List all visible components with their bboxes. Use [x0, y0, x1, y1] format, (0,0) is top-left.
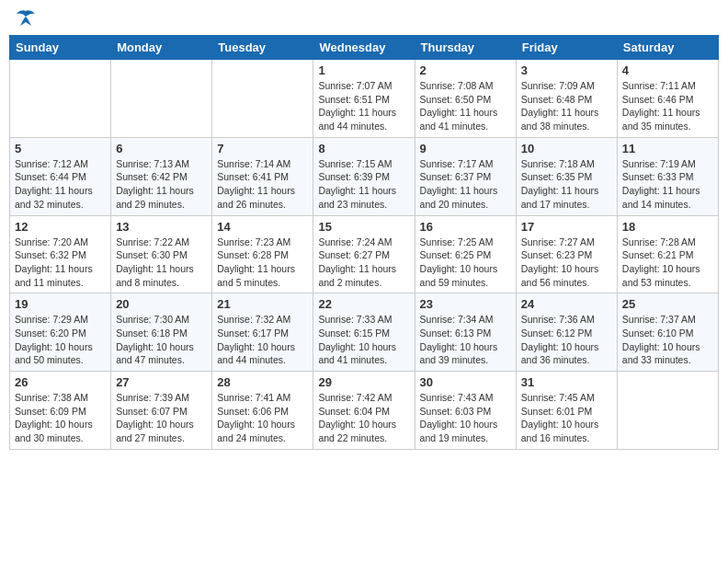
calendar-header-tuesday: Tuesday: [212, 36, 313, 60]
calendar-cell: 31Sunrise: 7:45 AMSunset: 6:01 PMDayligh…: [516, 372, 617, 450]
day-info: Sunrise: 7:14 AMSunset: 6:41 PMDaylight:…: [217, 157, 308, 212]
calendar-week-row: 1Sunrise: 7:07 AMSunset: 6:51 PMDaylight…: [10, 60, 719, 138]
day-info: Sunrise: 7:13 AMSunset: 6:42 PMDaylight:…: [116, 157, 207, 212]
calendar-cell: 23Sunrise: 7:34 AMSunset: 6:13 PMDayligh…: [415, 293, 516, 372]
day-info: Sunrise: 7:33 AMSunset: 6:15 PMDaylight:…: [318, 313, 409, 367]
day-info: Sunrise: 7:32 AMSunset: 6:17 PMDaylight:…: [217, 313, 308, 367]
day-number: 4: [622, 63, 713, 77]
day-info: Sunrise: 7:07 AMSunset: 6:51 PMDaylight:…: [318, 79, 409, 133]
day-number: 11: [622, 142, 713, 155]
day-info: Sunrise: 7:12 AMSunset: 6:44 PMDaylight:…: [15, 157, 106, 212]
calendar-cell: 9Sunrise: 7:17 AMSunset: 6:37 PMDaylight…: [415, 137, 516, 215]
calendar-cell: 24Sunrise: 7:36 AMSunset: 6:12 PMDayligh…: [516, 293, 617, 372]
day-number: 2: [420, 63, 511, 77]
calendar-cell: 4Sunrise: 7:11 AMSunset: 6:46 PMDaylight…: [617, 60, 718, 138]
day-number: 13: [116, 220, 207, 234]
day-number: 30: [420, 375, 511, 389]
calendar-cell: 26Sunrise: 7:38 AMSunset: 6:09 PMDayligh…: [10, 372, 111, 450]
day-number: 12: [15, 220, 106, 234]
calendar-cell: 18Sunrise: 7:28 AMSunset: 6:21 PMDayligh…: [617, 215, 718, 293]
calendar-cell: 7Sunrise: 7:14 AMSunset: 6:41 PMDaylight…: [212, 137, 313, 215]
calendar-cell: 20Sunrise: 7:30 AMSunset: 6:18 PMDayligh…: [111, 293, 212, 372]
day-info: Sunrise: 7:29 AMSunset: 6:20 PMDaylight:…: [15, 313, 106, 367]
logo-bird-icon: [15, 9, 37, 28]
calendar-cell: 29Sunrise: 7:42 AMSunset: 6:04 PMDayligh…: [313, 372, 415, 450]
day-info: Sunrise: 7:23 AMSunset: 6:28 PMDaylight:…: [217, 236, 308, 290]
calendar-header-wednesday: Wednesday: [313, 36, 415, 60]
day-number: 24: [521, 297, 612, 311]
calendar-week-row: 26Sunrise: 7:38 AMSunset: 6:09 PMDayligh…: [10, 372, 719, 450]
day-number: 16: [420, 220, 511, 234]
calendar-header-friday: Friday: [516, 36, 617, 60]
day-number: 22: [318, 297, 409, 311]
calendar-cell: 27Sunrise: 7:39 AMSunset: 6:07 PMDayligh…: [111, 372, 212, 450]
calendar-cell: 3Sunrise: 7:09 AMSunset: 6:48 PMDaylight…: [516, 60, 617, 138]
day-info: Sunrise: 7:42 AMSunset: 6:04 PMDaylight:…: [318, 391, 409, 445]
day-number: 31: [521, 375, 612, 389]
day-number: 15: [318, 220, 409, 234]
calendar-cell: 30Sunrise: 7:43 AMSunset: 6:03 PMDayligh…: [415, 372, 516, 450]
calendar-cell: 22Sunrise: 7:33 AMSunset: 6:15 PMDayligh…: [313, 293, 415, 372]
calendar-cell: 1Sunrise: 7:07 AMSunset: 6:51 PMDaylight…: [313, 60, 415, 138]
day-number: 19: [15, 297, 106, 311]
logo: [13, 9, 37, 28]
day-number: 17: [521, 220, 612, 234]
day-info: Sunrise: 7:27 AMSunset: 6:23 PMDaylight:…: [521, 236, 612, 290]
day-info: Sunrise: 7:18 AMSunset: 6:35 PMDaylight:…: [521, 157, 612, 212]
calendar-cell: 25Sunrise: 7:37 AMSunset: 6:10 PMDayligh…: [617, 293, 718, 372]
calendar-cell: 11Sunrise: 7:19 AMSunset: 6:33 PMDayligh…: [617, 137, 718, 215]
day-number: 25: [622, 297, 713, 311]
day-number: 21: [217, 297, 308, 311]
calendar-week-row: 5Sunrise: 7:12 AMSunset: 6:44 PMDaylight…: [10, 137, 719, 215]
day-number: 7: [217, 142, 308, 155]
calendar-table: SundayMondayTuesdayWednesdayThursdayFrid…: [9, 35, 719, 450]
page-header: [9, 9, 719, 28]
day-info: Sunrise: 7:25 AMSunset: 6:25 PMDaylight:…: [420, 236, 511, 290]
calendar-cell: 19Sunrise: 7:29 AMSunset: 6:20 PMDayligh…: [10, 293, 111, 372]
calendar-cell: [10, 60, 111, 138]
day-info: Sunrise: 7:39 AMSunset: 6:07 PMDaylight:…: [116, 391, 207, 445]
day-info: Sunrise: 7:37 AMSunset: 6:10 PMDaylight:…: [622, 313, 713, 367]
day-number: 23: [420, 297, 511, 311]
calendar-cell: [111, 60, 212, 138]
calendar-header-thursday: Thursday: [415, 36, 516, 60]
day-number: 29: [318, 375, 409, 389]
day-info: Sunrise: 7:45 AMSunset: 6:01 PMDaylight:…: [521, 391, 612, 445]
calendar-cell: 21Sunrise: 7:32 AMSunset: 6:17 PMDayligh…: [212, 293, 313, 372]
calendar-cell: 28Sunrise: 7:41 AMSunset: 6:06 PMDayligh…: [212, 372, 313, 450]
day-number: 26: [15, 375, 106, 389]
calendar-cell: 13Sunrise: 7:22 AMSunset: 6:30 PMDayligh…: [111, 215, 212, 293]
calendar-cell: 17Sunrise: 7:27 AMSunset: 6:23 PMDayligh…: [516, 215, 617, 293]
day-number: 5: [15, 142, 106, 155]
day-info: Sunrise: 7:43 AMSunset: 6:03 PMDaylight:…: [420, 391, 511, 445]
calendar-cell: 5Sunrise: 7:12 AMSunset: 6:44 PMDaylight…: [10, 137, 111, 215]
day-info: Sunrise: 7:20 AMSunset: 6:32 PMDaylight:…: [15, 236, 106, 290]
day-number: 9: [420, 142, 511, 155]
calendar-cell: 6Sunrise: 7:13 AMSunset: 6:42 PMDaylight…: [111, 137, 212, 215]
day-info: Sunrise: 7:17 AMSunset: 6:37 PMDaylight:…: [420, 157, 511, 212]
calendar-cell: 10Sunrise: 7:18 AMSunset: 6:35 PMDayligh…: [516, 137, 617, 215]
day-number: 3: [521, 63, 612, 77]
day-info: Sunrise: 7:11 AMSunset: 6:46 PMDaylight:…: [622, 79, 713, 133]
calendar-cell: 16Sunrise: 7:25 AMSunset: 6:25 PMDayligh…: [415, 215, 516, 293]
day-info: Sunrise: 7:08 AMSunset: 6:50 PMDaylight:…: [420, 79, 511, 133]
calendar-cell: 2Sunrise: 7:08 AMSunset: 6:50 PMDaylight…: [415, 60, 516, 138]
calendar-cell: [212, 60, 313, 138]
day-info: Sunrise: 7:34 AMSunset: 6:13 PMDaylight:…: [420, 313, 511, 367]
day-number: 6: [116, 142, 207, 155]
calendar-week-row: 19Sunrise: 7:29 AMSunset: 6:20 PMDayligh…: [10, 293, 719, 372]
day-number: 27: [116, 375, 207, 389]
calendar-week-row: 12Sunrise: 7:20 AMSunset: 6:32 PMDayligh…: [10, 215, 719, 293]
day-info: Sunrise: 7:28 AMSunset: 6:21 PMDaylight:…: [622, 236, 713, 290]
day-info: Sunrise: 7:41 AMSunset: 6:06 PMDaylight:…: [217, 391, 308, 445]
day-number: 28: [217, 375, 308, 389]
calendar-cell: [617, 372, 718, 450]
calendar-cell: 12Sunrise: 7:20 AMSunset: 6:32 PMDayligh…: [10, 215, 111, 293]
day-info: Sunrise: 7:19 AMSunset: 6:33 PMDaylight:…: [622, 157, 713, 212]
day-info: Sunrise: 7:24 AMSunset: 6:27 PMDaylight:…: [318, 236, 409, 290]
day-info: Sunrise: 7:30 AMSunset: 6:18 PMDaylight:…: [116, 313, 207, 367]
day-number: 1: [318, 63, 409, 77]
calendar-header-sunday: Sunday: [10, 36, 111, 60]
calendar-cell: 15Sunrise: 7:24 AMSunset: 6:27 PMDayligh…: [313, 215, 415, 293]
day-number: 14: [217, 220, 308, 234]
